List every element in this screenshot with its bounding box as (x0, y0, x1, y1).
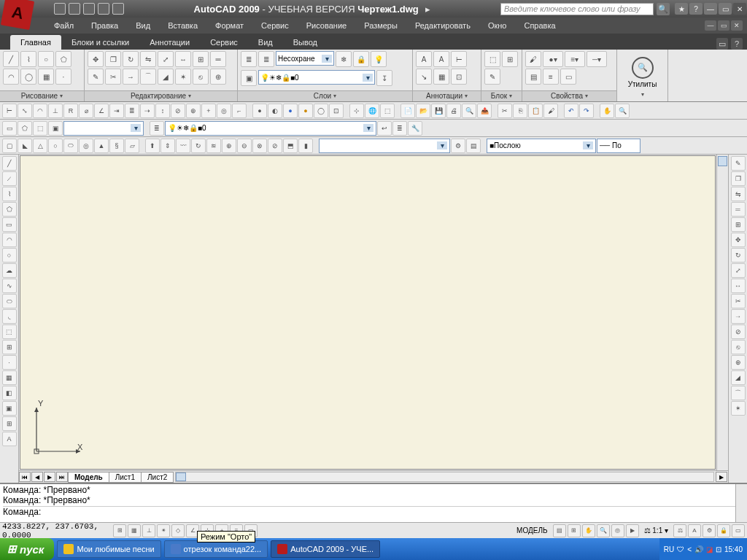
vp-single-icon[interactable]: ▭ (2, 121, 17, 136)
erase-icon[interactable]: ✎ (88, 69, 104, 85)
ribbon-help-icon[interactable]: ? (731, 38, 743, 50)
doc-restore-button[interactable]: ▭ (718, 20, 729, 31)
doc-close-button[interactable]: ✕ (731, 20, 743, 31)
thicken-icon[interactable]: ▮ (298, 139, 313, 153)
layer-state-combo[interactable]: Несохране▾ (276, 51, 334, 66)
color-combo[interactable]: ●▾ (543, 51, 563, 67)
loft-icon[interactable]: ≋ (206, 139, 221, 153)
dim-center-icon[interactable]: + (201, 104, 216, 118)
fillet-icon[interactable]: ⌒ (140, 69, 156, 85)
section-icon[interactable]: ⊘ (268, 139, 282, 153)
dim-ordinate-icon[interactable]: ⊥ (48, 104, 63, 118)
v-insert-icon[interactable]: ⬚ (2, 324, 17, 339)
m-chamfer-icon[interactable]: ◢ (731, 370, 746, 385)
steering-wheel-icon[interactable]: ◎ (611, 524, 624, 537)
std-publish-icon[interactable]: 📤 (477, 104, 492, 118)
tray-icon-1[interactable]: 🛡 (677, 545, 684, 553)
m-scale-icon[interactable]: ⤢ (731, 263, 746, 278)
vp-clip-icon[interactable]: ▣ (48, 121, 63, 136)
wedge-icon[interactable]: ◣ (18, 139, 32, 153)
copy-icon[interactable]: ❐ (105, 51, 121, 67)
shade-hidden-icon[interactable]: ◯ (314, 104, 328, 118)
layer-match-icon[interactable]: ↧ (376, 70, 392, 86)
dimension-icon[interactable]: ⊢ (451, 51, 467, 67)
drawing-canvas[interactable]: X Y (20, 155, 716, 470)
menu-insert[interactable]: Вставка (159, 18, 206, 34)
layerprops-icon[interactable]: ≣ (150, 121, 164, 136)
menu-dimension[interactable]: Размеры (355, 18, 406, 34)
dim-angular-icon[interactable]: ∠ (94, 104, 109, 118)
v-ellipsearc-icon[interactable]: ◟ (2, 309, 17, 324)
tab-nav-first-icon[interactable]: ⏮ (19, 472, 31, 482)
tab-nav-prev-icon[interactable]: ◀ (31, 472, 43, 482)
showmotion-icon[interactable]: ▶ (626, 524, 639, 537)
polar-toggle[interactable]: ✴ (157, 524, 170, 537)
status-pan-icon[interactable]: ✋ (582, 524, 595, 537)
tab-nav-next-icon[interactable]: ▶ (44, 472, 55, 482)
minimize-button[interactable]: — (704, 3, 717, 15)
layer-state-mgr-icon[interactable]: ≣ (392, 121, 407, 136)
v-hatch-icon[interactable]: ▦ (2, 370, 17, 385)
ucs-icon[interactable]: ⊹ (349, 104, 364, 118)
extend-icon[interactable]: → (123, 69, 139, 85)
intersect-icon[interactable]: ⊗ (252, 139, 267, 153)
lineweight-control-combo[interactable]: ── По (597, 139, 640, 153)
command-prompt[interactable]: Команда: (3, 507, 744, 517)
line-icon[interactable]: ╱ (3, 51, 19, 67)
props-palette-icon[interactable]: ▤ (525, 69, 541, 85)
bylayer-icon[interactable]: ▭ (560, 69, 576, 85)
slice-icon[interactable]: ⬒ (283, 139, 298, 153)
tray-icon-4[interactable]: ◪ (706, 545, 713, 553)
layer-select-combo[interactable]: 💡☀❄🔒■ 0▾ (165, 121, 376, 136)
layer-combo[interactable]: 💡☀❄🔒■ 0▾ (258, 70, 375, 85)
m-array-icon[interactable]: ⊞ (731, 217, 746, 232)
hatch-icon[interactable]: ▦ (38, 69, 54, 85)
taskbar-item-1[interactable]: Мои любимые песни (57, 540, 160, 558)
presspull-icon[interactable]: ⇕ (160, 139, 175, 153)
dim-jog-icon[interactable]: ⌐ (232, 104, 247, 118)
language-indicator[interactable]: RU (664, 545, 674, 553)
v-xline-icon[interactable]: ⟋ (2, 171, 17, 186)
layer-tools-icon[interactable]: 🔧 (408, 121, 422, 136)
v-region-icon[interactable]: ▣ (2, 401, 17, 416)
shade-gouraud-icon[interactable]: ● (283, 104, 298, 118)
qat-open-icon[interactable] (69, 3, 80, 15)
shade-real-icon[interactable]: ● (298, 104, 313, 118)
vp-poly-icon[interactable]: ⬠ (18, 121, 32, 136)
utils-dropdown-icon[interactable]: ▾ (641, 91, 644, 98)
m-mirror-icon[interactable]: ⇋ (731, 187, 746, 201)
m-trim-icon[interactable]: ✂ (731, 294, 746, 308)
v-polygon-icon[interactable]: ⬠ (2, 202, 17, 217)
grid-toggle[interactable]: ▦ (128, 524, 141, 537)
lineweight-combo[interactable]: ≡▾ (565, 51, 585, 67)
chamfer-icon[interactable]: ◢ (158, 69, 174, 85)
shade-wire-icon[interactable]: ⊡ (329, 104, 344, 118)
paste-icon[interactable]: 📋 (528, 104, 543, 118)
dim-linear-icon[interactable]: ⊢ (2, 104, 17, 118)
search-button[interactable]: 🔍 (657, 3, 670, 15)
tab-output[interactable]: Вывод (283, 35, 328, 50)
ws-switch-icon[interactable]: ⚙ (703, 524, 716, 537)
command-window[interactable]: Команда: *Прервано* Команда: *Прервано* … (0, 483, 747, 522)
qview-layouts-icon[interactable]: ▤ (553, 524, 566, 537)
v-circle-icon[interactable]: ○ (2, 248, 17, 262)
cut-icon[interactable]: ✂ (498, 104, 512, 118)
scrollbar-horizontal[interactable] (175, 472, 714, 482)
layer-off-icon[interactable]: 💡 (371, 51, 387, 67)
vp-scale-combo[interactable]: ▾ (63, 121, 144, 136)
anno-auto-icon[interactable]: A (688, 524, 701, 537)
tab-service[interactable]: Сервис (200, 35, 248, 50)
panel-props-title[interactable]: Свойства (522, 90, 616, 101)
m-move-icon[interactable]: ✥ (731, 233, 746, 247)
m-erase-icon[interactable]: ✎ (731, 156, 746, 171)
panel-annot-title[interactable]: Аннотации (413, 90, 481, 101)
menu-service[interactable]: Сервис (252, 18, 298, 34)
sphere-icon[interactable]: ○ (48, 139, 63, 153)
join-icon[interactable]: ⊕ (210, 69, 226, 85)
panel-block-title[interactable]: Блок (481, 90, 522, 101)
v-point-icon[interactable]: · (2, 355, 17, 370)
union-icon[interactable]: ⊕ (222, 139, 236, 153)
tab-blocks[interactable]: Блоки и ссылки (61, 35, 139, 50)
field-icon[interactable]: ⊡ (451, 69, 467, 85)
ribbon-toggle-icon[interactable]: ▭ (716, 38, 728, 50)
